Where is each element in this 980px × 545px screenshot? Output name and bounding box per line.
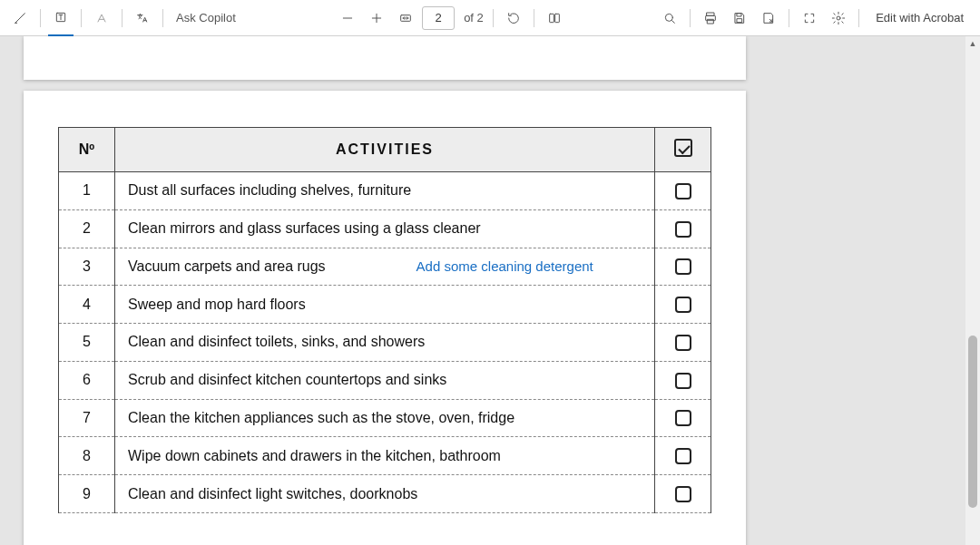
row-checkbox-cell [655,172,711,210]
checkbox-icon[interactable] [675,183,691,200]
save-icon[interactable] [727,5,752,31]
vertical-scrollbar[interactable]: ▲ [965,36,980,545]
row-activity: Dust all surfaces including shelves, fur… [115,172,655,210]
checkbox-icon[interactable] [675,221,691,238]
read-aloud-icon[interactable] [89,5,114,31]
edit-with-acrobat-button[interactable]: Edit with Acrobat [867,5,973,31]
activities-table: Nº ACTIVITIES 1Dust all surfaces includi… [58,127,711,513]
row-activity: Vacuum carpets and area rugsAdd some cle… [115,248,655,286]
row-checkbox-cell [655,475,711,513]
checkbox-icon[interactable] [675,373,691,389]
scroll-up-arrow[interactable]: ▲ [965,36,980,51]
row-number: 4 [59,286,115,324]
row-number: 6 [59,361,115,399]
header-no: Nº [59,128,115,172]
row-checkbox-cell [655,399,711,437]
table-row: 6Scrub and disinfect kitchen countertops… [59,361,711,399]
row-activity: Clean and disinfect light switches, door… [115,475,655,513]
table-row: 8Wipe down cabinets and drawers in the k… [59,437,711,475]
row-number: 5 [59,324,115,362]
row-number: 3 [59,248,115,286]
checkmark-icon [674,139,692,157]
previous-page-edge [24,36,746,80]
row-checkbox-cell [655,248,711,286]
text-select-icon[interactable] [48,0,74,36]
settings-icon[interactable] [826,5,851,31]
separator [690,9,691,27]
svg-rect-9 [738,18,742,22]
row-activity: Clean mirrors and glass surfaces using a… [115,209,655,248]
annotation-text[interactable]: Add some cleaning detergent [416,258,593,274]
svg-rect-2 [549,14,554,22]
row-checkbox-cell [655,209,711,248]
page-view-icon[interactable] [542,5,567,31]
checkbox-icon[interactable] [675,258,691,275]
zoom-in-button[interactable] [364,5,389,31]
rotate-icon[interactable] [501,5,526,31]
page-total-label: of 2 [464,11,484,24]
table-row: 7Clean the kitchen appliances such as th… [59,399,711,437]
document-viewport: Nº ACTIVITIES 1Dust all surfaces includi… [0,36,980,545]
row-number: 8 [59,437,115,475]
fit-width-icon[interactable] [393,5,418,31]
table-row: 5Clean and disinfect toilets, sinks, and… [59,324,711,362]
row-checkbox-cell [655,437,711,475]
separator [162,9,163,27]
row-number: 2 [59,209,115,248]
checkbox-icon[interactable] [675,297,691,313]
table-row: 9Clean and disinfect light switches, doo… [59,475,711,513]
ask-copilot-button[interactable]: Ask Copilot [171,5,245,31]
row-checkbox-cell [655,361,711,399]
svg-rect-8 [738,13,742,15]
row-activity: Scrub and disinfect kitchen countertops … [115,361,655,399]
header-check [655,128,711,172]
checkbox-icon[interactable] [675,448,691,464]
row-activity: Clean and disinfect toilets, sinks, and … [115,324,655,362]
checkbox-icon[interactable] [675,410,691,426]
table-row: 2Clean mirrors and glass surfaces using … [59,209,711,248]
fullscreen-icon[interactable] [797,5,822,31]
checkbox-icon[interactable] [675,486,691,502]
svg-rect-3 [554,14,559,22]
search-icon[interactable] [657,5,682,31]
svg-point-4 [666,14,673,21]
separator [81,9,82,27]
zoom-out-button[interactable] [335,5,360,31]
scroll-thumb[interactable] [968,336,977,508]
row-activity: Clean the kitchen appliances such as the… [115,399,655,437]
header-activities: ACTIVITIES [115,128,655,172]
separator [858,9,859,27]
separator [122,9,122,27]
svg-rect-7 [708,19,714,24]
table-row: 3Vacuum carpets and area rugsAdd some cl… [59,248,711,286]
page-number-input[interactable] [422,6,455,30]
save-as-icon[interactable] [756,5,781,31]
separator [493,9,494,27]
separator [534,9,534,27]
table-row: 4Sweep and mop hard floors [59,286,711,324]
translate-icon[interactable] [130,5,155,31]
row-number: 9 [59,475,115,513]
table-row: 1Dust all surfaces including shelves, fu… [59,172,711,210]
table-header-row: Nº ACTIVITIES [59,128,711,172]
svg-point-10 [837,16,840,20]
row-number: 1 [59,172,115,210]
separator [40,9,41,27]
row-number: 7 [59,399,115,437]
document-page: Nº ACTIVITIES 1Dust all surfaces includi… [24,91,746,545]
row-checkbox-cell [655,286,711,324]
toolbar: Ask Copilot of 2 Edit with Acrobat [0,0,980,36]
row-checkbox-cell [655,324,711,362]
separator [789,9,789,27]
row-activity: Sweep and mop hard floors [115,286,655,324]
draw-icon[interactable] [7,5,33,31]
checkbox-icon[interactable] [675,335,691,351]
print-icon[interactable] [698,5,723,31]
row-activity: Wipe down cabinets and drawers in the ki… [115,437,655,475]
